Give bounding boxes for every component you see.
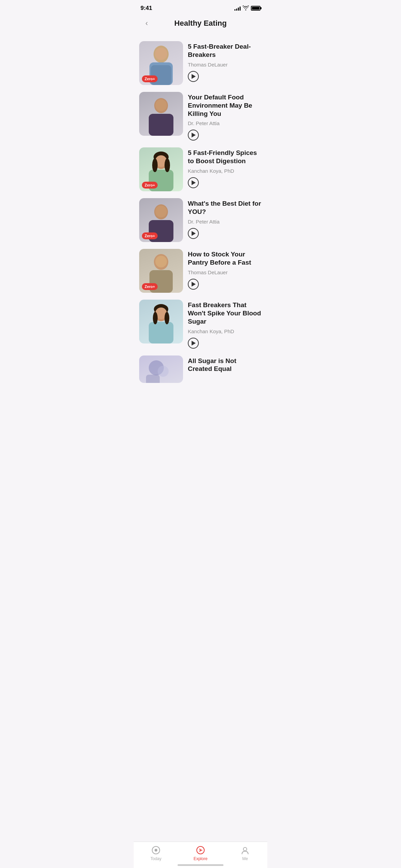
thumbnail: Zero+: [139, 147, 183, 191]
item-info: Fast Breakers That Won't Spike Your Bloo…: [188, 300, 262, 348]
signal-icon: [234, 6, 241, 11]
item-info: All Sugar is Not Created Equal: [188, 355, 262, 376]
list-item[interactable]: Your Default Food Environment May Be Kil…: [134, 88, 267, 144]
svg-rect-34: [146, 375, 160, 383]
play-button[interactable]: [188, 279, 199, 290]
play-button[interactable]: [188, 228, 199, 239]
item-author: Dr. Peter Attia: [188, 120, 262, 126]
item-info: Your Default Food Environment May Be Kil…: [188, 92, 262, 141]
status-time: 9:41: [141, 5, 152, 12]
item-title: 5 Fast-Friendly Spices to Boost Digestio…: [188, 149, 262, 165]
thumbnail: Zero+: [139, 41, 183, 85]
status-bar: 9:41: [134, 0, 267, 14]
zero-badge: Zero+: [142, 75, 158, 82]
item-author: Kanchan Koya, PhD: [188, 328, 262, 334]
play-triangle-icon: [192, 231, 196, 236]
item-title: What's the Best Diet for YOU?: [188, 200, 262, 216]
svg-point-33: [158, 366, 169, 377]
wifi-icon: [243, 5, 249, 11]
zero-badge: Zero+: [142, 182, 158, 189]
list-item[interactable]: Zero+5 Fast-Breaker Deal-BreakersThomas …: [134, 38, 267, 88]
play-button[interactable]: [188, 338, 199, 349]
svg-point-19: [155, 206, 167, 217]
list-item[interactable]: Zero+What's the Best Diet for YOU?Dr. Pe…: [134, 195, 267, 245]
item-author: Thomas DeLauer: [188, 269, 262, 275]
item-title: 5 Fast-Breaker Deal-Breakers: [188, 43, 262, 59]
thumbnail: [139, 300, 183, 343]
svg-point-8: [155, 99, 167, 111]
item-info: What's the Best Diet for YOU?Dr. Peter A…: [188, 198, 262, 239]
item-title: All Sugar is Not Created Equal: [188, 357, 262, 373]
svg-point-3: [155, 48, 167, 60]
page-title: Healthy Eating: [153, 19, 248, 28]
back-arrow-icon: ‹: [145, 19, 148, 28]
list-item[interactable]: Fast Breakers That Won't Spike Your Bloo…: [134, 296, 267, 352]
thumbnail: [139, 92, 183, 136]
svg-point-15: [165, 158, 170, 172]
item-author: Thomas DeLauer: [188, 62, 262, 68]
thumbnail: [139, 355, 183, 383]
item-title: Fast Breakers That Won't Spike Your Bloo…: [188, 301, 262, 325]
battery-icon: [251, 6, 260, 11]
item-info: 5 Fast-Friendly Spices to Boost Digestio…: [188, 147, 262, 188]
list-item[interactable]: All Sugar is Not Created Equal: [134, 352, 267, 386]
svg-point-29: [153, 312, 158, 324]
item-author: Kanchan Koya, PhD: [188, 168, 262, 174]
list-item[interactable]: Zero+5 Fast-Friendly Spices to Boost Dig…: [134, 144, 267, 195]
item-title: Your Default Food Environment May Be Kil…: [188, 93, 262, 118]
back-button[interactable]: ‹: [141, 17, 153, 29]
content-list: Zero+5 Fast-Breaker Deal-BreakersThomas …: [134, 35, 267, 414]
svg-point-23: [155, 256, 167, 267]
svg-point-30: [165, 312, 169, 324]
svg-rect-27: [149, 322, 173, 343]
play-triangle-icon: [192, 282, 196, 287]
thumbnail: Zero+: [139, 249, 183, 293]
item-info: 5 Fast-Breaker Deal-BreakersThomas DeLau…: [188, 41, 262, 82]
play-triangle-icon: [192, 133, 196, 137]
zero-badge: Zero+: [142, 232, 158, 239]
svg-point-14: [152, 158, 158, 172]
play-button[interactable]: [188, 71, 199, 82]
status-icons: [234, 5, 260, 11]
header: ‹ Healthy Eating: [134, 14, 267, 35]
play-button[interactable]: [188, 177, 199, 188]
zero-badge: Zero+: [142, 283, 158, 290]
play-triangle-icon: [192, 341, 196, 346]
svg-rect-7: [149, 114, 173, 136]
item-info: How to Stock Your Pantry Before a FastTh…: [188, 249, 262, 290]
play-button[interactable]: [188, 130, 199, 141]
item-title: How to Stock Your Pantry Before a Fast: [188, 250, 262, 267]
play-triangle-icon: [192, 74, 196, 79]
thumbnail: Zero+: [139, 198, 183, 242]
list-item[interactable]: Zero+How to Stock Your Pantry Before a F…: [134, 245, 267, 296]
play-triangle-icon: [192, 180, 196, 185]
item-author: Dr. Peter Attia: [188, 219, 262, 225]
